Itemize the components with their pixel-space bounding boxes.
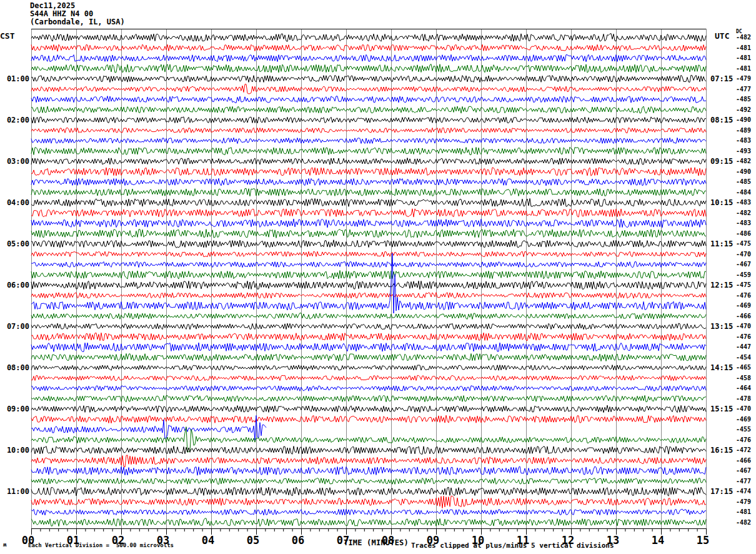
dc-value-row-30: -447 [736,343,751,351]
dc-value-row-34: -464 [736,385,751,392]
x-tick-label-04: 04 [196,535,221,546]
dc-value-row-0: -482 [736,34,751,41]
trace-row-25 [31,293,706,298]
trace-row-44 [31,487,706,496]
hour-label-cst-05:00: 05:00 [0,239,29,248]
dc-value-row-42: -467 [736,467,751,475]
dc-value-row-4: -479 [736,75,751,83]
trace-row-1 [31,44,706,51]
dc-value-row-44: -474 [736,488,751,495]
dc-value-row-19: -486 [736,230,751,238]
dc-value-row-25: -476 [736,292,751,300]
x-axis-title: TIME (MINUTES) [344,538,409,547]
trace-row-21 [31,251,706,257]
hour-label-utc-10:15: 10:15 [710,198,733,207]
trace-row-15 [31,188,706,196]
hour-label-cst-04:00: 04:00 [0,198,29,207]
x-tick-label-14: 14 [645,535,670,546]
dc-value-row-41: -466 [736,457,751,465]
hour-label-cst-07:00: 07:00 [0,322,29,331]
footer-marker-glyph: ʍ [3,541,6,548]
trace-row-27 [31,313,706,320]
dc-value-row-11: -493 [736,148,751,155]
dc-value-row-24: -475 [736,281,751,289]
dc-value-row-12: -482 [736,158,751,165]
dc-value-row-46: -481 [736,508,751,516]
trace-row-19 [31,229,706,238]
dc-value-row-2: -481 [736,54,751,62]
dc-value-row-13: -490 [736,168,751,176]
trace-row-41 [31,455,706,467]
trace-row-35 [31,395,706,402]
trace-row-46 [31,509,706,515]
dc-value-row-45: -479 [736,498,751,506]
trace-row-32 [31,365,706,371]
hour-label-cst-01:00: 01:00 [0,74,29,83]
trace-row-24 [31,281,706,290]
hour-label-cst-09:00: 09:00 [0,405,29,413]
dc-value-row-33: -458 [736,375,751,382]
helicorder-page: Dec11,2025 S44A HHZ N4 00 (Carbondale, I… [0,0,756,554]
trace-row-22 [31,262,706,268]
dc-value-row-7: -492 [736,106,751,114]
trace-row-5 [31,84,706,94]
dc-value-row-32: -465 [736,364,751,371]
dc-value-row-37: -469 [736,416,751,423]
trace-row-18 [31,219,706,228]
dc-value-row-36: -470 [736,405,751,413]
hour-label-cst-08:00: 08:00 [0,363,29,372]
dc-value-row-43: -477 [736,478,751,485]
hour-label-utc-14:15: 14:15 [710,363,733,372]
dc-value-row-22: -467 [736,261,751,268]
trace-row-16 [31,198,706,206]
dc-value-row-39: -476 [736,436,751,444]
trace-row-34 [31,386,706,391]
dc-value-row-16: -483 [736,199,751,206]
trace-row-12 [31,158,706,165]
hour-label-cst-02:00: 02:00 [0,116,29,124]
trace-row-33 [31,375,706,381]
right-axis-header: UTC [715,31,729,41]
dc-value-row-17: -482 [736,209,751,217]
dc-value-row-47: -482 [736,519,751,526]
dc-value-row-1: -481 [736,44,751,52]
dc-value-row-18: -483 [736,219,751,227]
dc-value-row-35: -478 [736,395,751,403]
trace-row-20 [31,240,706,248]
dc-value-row-40: -472 [736,446,751,454]
hour-label-utc-09:15: 09:15 [710,157,733,166]
dc-value-row-27: -466 [736,313,751,320]
hour-label-utc-08:15: 08:15 [710,116,733,124]
dc-value-row-9: -489 [736,127,751,134]
x-tick-label-06: 06 [286,535,311,546]
dc-value-row-3: -481 [736,65,751,73]
trace-row-6 [31,96,706,103]
trace-row-47 [31,518,706,526]
seismogram-canvas [0,0,756,554]
x-tick-label-05: 05 [241,535,266,546]
trace-row-36 [31,405,706,413]
trace-row-2 [31,54,706,62]
left-axis-header: CST [0,31,14,41]
dc-value-row-23: -459 [736,271,751,279]
dc-value-row-5: -477 [736,86,751,93]
hour-label-cst-10:00: 10:00 [0,446,29,455]
trace-row-43 [31,478,706,484]
trace-row-29 [31,333,706,341]
trace-row-40 [31,446,706,455]
trace-row-14 [31,178,706,186]
title-location: (Carbondale, IL, USA) [30,18,125,26]
trace-row-0 [31,34,706,42]
hour-label-utc-13:15: 13:15 [710,322,733,331]
dc-value-row-28: -470 [736,323,751,330]
hour-label-cst-06:00: 06:00 [0,281,29,290]
hour-label-utc-17:15: 17:15 [710,487,733,496]
dc-value-row-38: -455 [736,426,751,433]
trace-row-42 [31,466,706,475]
dc-value-row-20: -475 [736,240,751,248]
dc-value-row-21: -470 [736,251,751,258]
hour-label-utc-11:15: 11:15 [710,239,733,248]
trace-row-28 [31,323,706,330]
trace-row-23 [31,271,706,280]
x-tick-label-15: 15 [690,535,715,546]
